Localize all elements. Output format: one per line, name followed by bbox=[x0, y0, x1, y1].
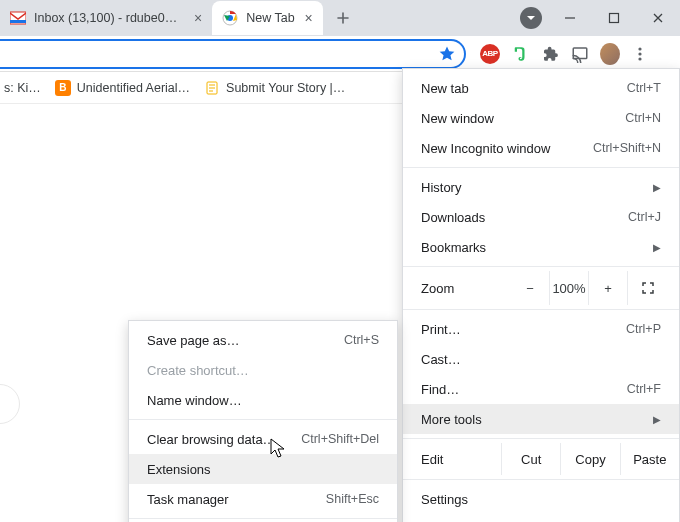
bookmark-item[interactable]: B Unidentified Aerial… bbox=[55, 80, 190, 96]
menu-item-find[interactable]: Find… Ctrl+F bbox=[403, 374, 679, 404]
close-icon[interactable]: × bbox=[305, 10, 313, 26]
more-tools-submenu: Save page as… Ctrl+S Create shortcut… Na… bbox=[128, 320, 398, 522]
menu-item-edit: Edit Cut Copy Paste bbox=[403, 443, 679, 475]
menu-item-new-window[interactable]: New window Ctrl+N bbox=[403, 103, 679, 133]
edit-paste-button[interactable]: Paste bbox=[620, 443, 679, 475]
separator bbox=[403, 266, 679, 267]
tab-inbox[interactable]: Inbox (13,100) - rdube02@ × bbox=[0, 1, 212, 35]
bookmark-star-icon[interactable] bbox=[438, 45, 456, 63]
bookmark-item[interactable]: Submit Your Story |… bbox=[204, 80, 345, 96]
bookmark-label: Submit Your Story |… bbox=[226, 81, 345, 95]
tab-new[interactable]: New Tab × bbox=[212, 1, 323, 35]
toolbar-icons: ABP bbox=[466, 44, 660, 64]
address-bar[interactable] bbox=[0, 39, 466, 69]
toolbar: ABP bbox=[0, 36, 680, 72]
profile-avatar[interactable] bbox=[600, 44, 620, 64]
maximize-button[interactable] bbox=[592, 0, 636, 36]
svg-point-8 bbox=[638, 57, 641, 60]
new-tab-button[interactable] bbox=[329, 4, 357, 32]
menu-item-new-tab[interactable]: New tab Ctrl+T bbox=[403, 73, 679, 103]
minimize-button[interactable] bbox=[548, 0, 592, 36]
svg-point-7 bbox=[638, 52, 641, 55]
gmail-icon bbox=[10, 10, 26, 26]
zoom-out-button[interactable]: − bbox=[511, 271, 549, 305]
separator bbox=[403, 167, 679, 168]
edit-cut-button[interactable]: Cut bbox=[501, 443, 560, 475]
tab-title: Inbox (13,100) - rdube02@ bbox=[34, 11, 184, 25]
chevron-right-icon: ▶ bbox=[653, 414, 661, 425]
chrome-menu: New tab Ctrl+T New window Ctrl+N New Inc… bbox=[402, 68, 680, 522]
window-controls bbox=[514, 0, 680, 36]
cast-icon[interactable] bbox=[570, 44, 590, 64]
chevron-right-icon: ▶ bbox=[653, 182, 661, 193]
close-icon[interactable]: × bbox=[194, 10, 202, 26]
bookmark-label: Unidentified Aerial… bbox=[77, 81, 190, 95]
menu-item-print[interactable]: Print… Ctrl+P bbox=[403, 314, 679, 344]
chrome-menu-button[interactable] bbox=[630, 44, 650, 64]
svg-rect-1 bbox=[10, 20, 26, 23]
evernote-icon[interactable] bbox=[510, 44, 530, 64]
svg-rect-4 bbox=[610, 14, 619, 23]
extensions-icon[interactable] bbox=[540, 44, 560, 64]
submenu-item-task-manager[interactable]: Task manager Shift+Esc bbox=[129, 484, 397, 514]
submenu-item-extensions[interactable]: Extensions bbox=[129, 454, 397, 484]
submenu-item-create-shortcut: Create shortcut… bbox=[129, 355, 397, 385]
svg-rect-5 bbox=[573, 48, 587, 59]
separator bbox=[129, 419, 397, 420]
separator bbox=[403, 479, 679, 480]
svg-point-6 bbox=[638, 47, 641, 50]
fullscreen-button[interactable] bbox=[627, 271, 667, 305]
edit-copy-button[interactable]: Copy bbox=[560, 443, 619, 475]
tab-strip: Inbox (13,100) - rdube02@ × New Tab × bbox=[0, 0, 680, 36]
menu-item-cast[interactable]: Cast… bbox=[403, 344, 679, 374]
adblock-icon[interactable]: ABP bbox=[480, 44, 500, 64]
submenu-item-name-window[interactable]: Name window… bbox=[129, 385, 397, 415]
menu-item-more-tools[interactable]: More tools ▶ bbox=[403, 404, 679, 434]
submenu-item-clear-data[interactable]: Clear browsing data… Ctrl+Shift+Del bbox=[129, 424, 397, 454]
zoom-level: 100% bbox=[549, 271, 588, 305]
separator bbox=[129, 518, 397, 519]
account-switcher-icon[interactable] bbox=[520, 7, 542, 29]
jotform-icon bbox=[204, 80, 220, 96]
menu-item-history[interactable]: History ▶ bbox=[403, 172, 679, 202]
menu-item-downloads[interactable]: Downloads Ctrl+J bbox=[403, 202, 679, 232]
menu-item-zoom: Zoom − 100% + bbox=[403, 271, 679, 305]
menu-item-help[interactable]: Help ▶ bbox=[403, 514, 679, 522]
blogger-icon: B bbox=[55, 80, 71, 96]
chrome-icon bbox=[222, 10, 238, 26]
bookmark-item[interactable]: s: Ki… bbox=[4, 81, 41, 95]
separator bbox=[403, 438, 679, 439]
close-window-button[interactable] bbox=[636, 0, 680, 36]
separator bbox=[403, 309, 679, 310]
menu-item-settings[interactable]: Settings bbox=[403, 484, 679, 514]
zoom-in-button[interactable]: + bbox=[588, 271, 627, 305]
tab-title: New Tab bbox=[246, 11, 294, 25]
chevron-right-icon: ▶ bbox=[653, 242, 661, 253]
bookmark-label: s: Ki… bbox=[4, 81, 41, 95]
menu-item-new-incognito[interactable]: New Incognito window Ctrl+Shift+N bbox=[403, 133, 679, 163]
submenu-item-save-page[interactable]: Save page as… Ctrl+S bbox=[129, 325, 397, 355]
menu-item-bookmarks[interactable]: Bookmarks ▶ bbox=[403, 232, 679, 262]
decorative-shape bbox=[0, 384, 20, 424]
